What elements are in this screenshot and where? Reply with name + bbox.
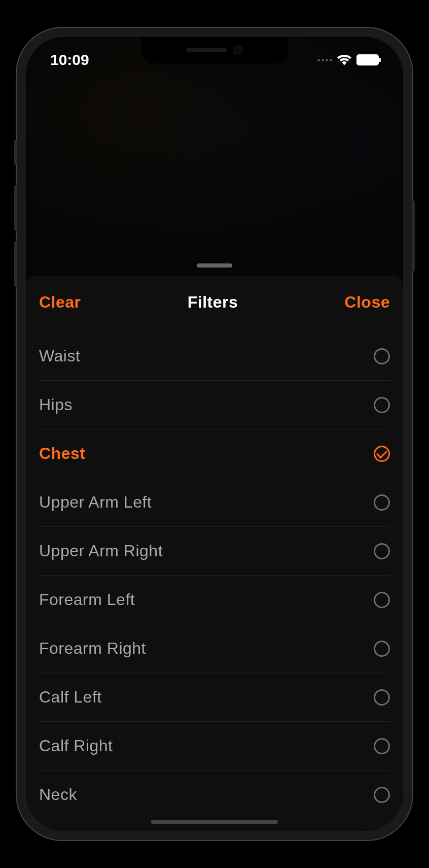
filter-label: Calf Right — [39, 737, 113, 755]
filter-label: Waist — [39, 347, 80, 365]
filter-option-calf-left[interactable]: Calf Left — [39, 673, 390, 722]
notch — [141, 37, 288, 63]
sheet-grabber[interactable] — [197, 263, 232, 268]
radio-icon — [374, 641, 390, 657]
filter-option-forearm-left[interactable]: Forearm Left — [39, 576, 390, 624]
radio-icon — [374, 689, 390, 706]
filter-label: Calf Left — [39, 688, 102, 707]
home-indicator[interactable] — [151, 820, 278, 824]
speaker-icon — [186, 48, 227, 52]
filter-label: Upper Arm Right — [39, 542, 163, 560]
filter-option-chest[interactable]: Chest — [39, 429, 390, 478]
volume-up-button — [14, 185, 17, 231]
cellular-dots-icon — [317, 59, 332, 61]
filter-option-calf-right[interactable]: Calf Right — [39, 722, 390, 771]
filter-list: Waist Hips Chest Upper Arm Left Upper Ar… — [26, 332, 403, 819]
front-camera-icon — [233, 45, 243, 55]
radio-icon — [374, 592, 390, 608]
filter-option-waist[interactable]: Waist — [39, 332, 390, 381]
power-button — [412, 201, 415, 272]
radio-icon — [374, 397, 390, 413]
phone-screen: 10:09 Clear Filters Close Wai — [26, 37, 403, 831]
close-button[interactable]: Close — [344, 293, 390, 312]
filter-label: Upper Arm Left — [39, 493, 152, 512]
battery-icon — [356, 54, 379, 65]
radio-icon — [374, 787, 390, 803]
filter-label: Chest — [39, 444, 85, 463]
filter-label: Forearm Right — [39, 639, 146, 658]
radio-icon — [374, 543, 390, 559]
status-time: 10:09 — [50, 51, 89, 69]
filter-option-hips[interactable]: Hips — [39, 381, 390, 429]
radio-checked-icon — [374, 446, 390, 462]
sheet-header: Clear Filters Close — [26, 276, 403, 332]
wifi-icon — [337, 54, 351, 65]
sheet-title: Filters — [188, 293, 238, 312]
phone-frame: 10:09 Clear Filters Close Wai — [17, 28, 412, 840]
status-indicators — [317, 54, 379, 65]
filter-option-upper-arm-left[interactable]: Upper Arm Left — [39, 478, 390, 527]
filter-option-forearm-right[interactable]: Forearm Right — [39, 624, 390, 673]
radio-icon — [374, 738, 390, 754]
radio-icon — [374, 494, 390, 511]
clear-button[interactable]: Clear — [39, 293, 81, 312]
silent-switch — [14, 140, 17, 165]
radio-icon — [374, 348, 390, 364]
filter-option-upper-arm-right[interactable]: Upper Arm Right — [39, 527, 390, 576]
volume-down-button — [14, 241, 17, 287]
filter-label: Hips — [39, 395, 73, 414]
filter-option-neck[interactable]: Neck — [39, 771, 390, 819]
filter-label: Neck — [39, 785, 77, 804]
filters-sheet: Clear Filters Close Waist Hips Chest — [26, 276, 403, 831]
filter-label: Forearm Left — [39, 590, 135, 609]
